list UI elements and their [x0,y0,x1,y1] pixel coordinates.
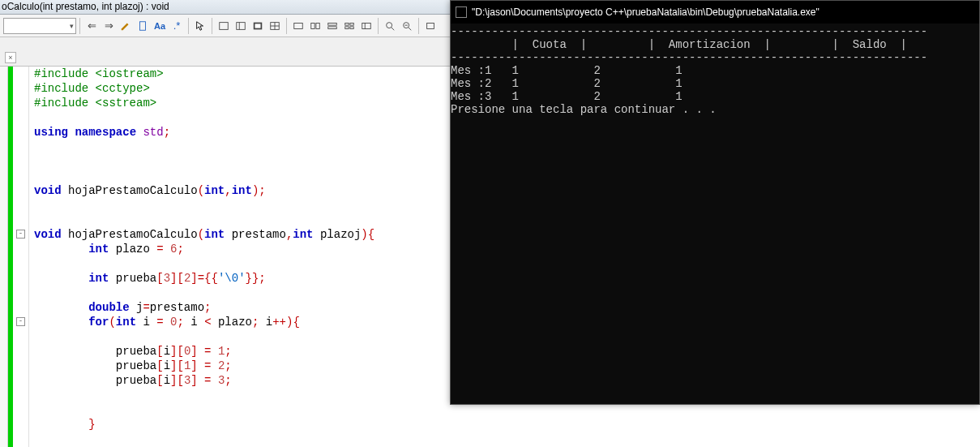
svg-rect-16 [345,26,349,28]
svg-rect-5 [255,24,261,28]
regex-icon[interactable]: .* [169,18,185,34]
layout3-icon[interactable] [324,18,340,34]
bookmark-icon[interactable] [135,18,151,34]
hex-icon[interactable] [250,18,266,34]
fold-toggle[interactable]: - [16,230,25,239]
svg-rect-18 [362,23,371,28]
console-output: ----------------------------------------… [451,24,979,119]
fold-toggle[interactable]: - [16,317,25,326]
svg-line-21 [392,27,395,30]
settings-icon[interactable] [422,18,439,34]
block-select-icon[interactable] [216,18,232,34]
nav-forward-icon[interactable]: ⇒ [101,18,117,34]
fold-gutter: -- [13,67,29,447]
tab-close-button[interactable]: × [5,52,16,63]
line-number-gutter [0,67,8,447]
layout2-icon[interactable] [307,18,323,34]
toolbar-separator [286,18,287,34]
console-app-icon [456,6,467,18]
toolbar-separator [418,18,419,34]
pencil-icon[interactable] [118,18,134,34]
svg-line-23 [409,27,412,30]
layout4-icon[interactable] [341,18,357,34]
svg-rect-25 [427,23,434,28]
svg-rect-2 [237,22,246,29]
svg-rect-15 [350,23,353,25]
grid-icon[interactable] [267,18,283,34]
cursor-icon[interactable] [192,18,208,34]
zoom-in-icon[interactable] [382,18,398,34]
instruction-icon[interactable] [233,18,249,34]
console-titlebar[interactable]: "D:\jason\Documents\proyecto C++\pruebaN… [451,1,979,24]
toolbar-separator [188,18,189,34]
svg-rect-9 [294,23,303,28]
match-case-icon[interactable]: Aa [152,18,168,34]
layout5-icon[interactable] [358,18,374,34]
svg-rect-11 [316,23,319,28]
svg-rect-10 [311,23,315,28]
svg-rect-13 [328,26,337,28]
toolbar-combo[interactable] [3,18,76,34]
svg-rect-1 [220,22,229,29]
svg-rect-14 [345,23,349,25]
console-title-text: "D:\jason\Documents\proyecto C++\pruebaN… [472,6,820,18]
console-window: "D:\jason\Documents\proyecto C++\pruebaN… [450,0,980,405]
layout1-icon[interactable] [290,18,306,34]
toolbar-separator [378,18,379,34]
toolbar-separator [79,18,80,34]
svg-point-20 [387,22,392,28]
svg-rect-0 [140,21,146,30]
svg-rect-17 [350,26,353,28]
svg-rect-12 [328,23,337,25]
toolbar-separator [212,18,212,34]
zoom-out-icon[interactable] [399,18,415,34]
nav-back-icon[interactable]: ⇐ [83,18,100,34]
